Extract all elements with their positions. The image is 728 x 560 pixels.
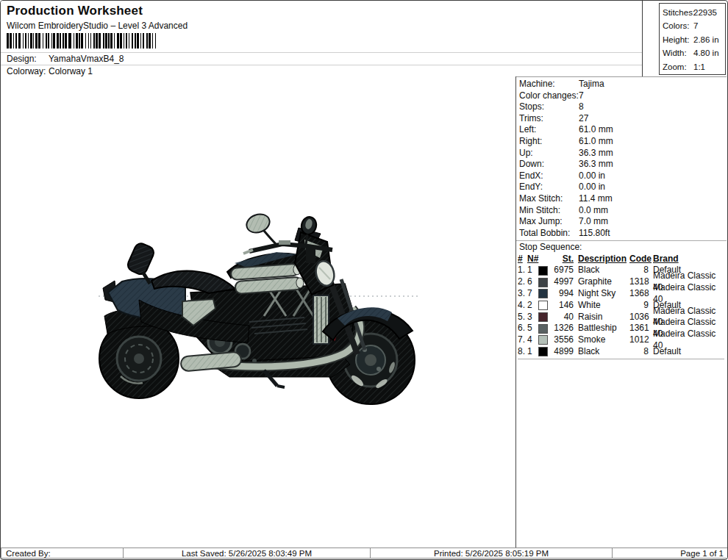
stop-row-swatch-cell [538,301,551,310]
thread-color-swatch [538,278,548,287]
machine-info-value: 115.80ft [579,228,727,240]
machine-info-label: EndY: [519,182,579,193]
stop-row-code: 1318 [629,276,649,288]
machine-info-row: EndX:0.00 in [519,170,727,182]
stop-row-stitches: 3556 [551,334,576,346]
stop-row-stitches: 1326 [551,323,576,334]
production-worksheet-page: Production Worksheet Wilcom EmbroiderySt… [0,0,728,560]
stop-row-code: 1368 [629,288,649,300]
table-bottom-rule [518,358,724,359]
stop-row-swatch-cell [538,278,551,287]
left-mirror [244,211,272,235]
thread-color-swatch [538,301,548,310]
thread-color-swatch [538,289,548,298]
stop-row-code: 8 [629,346,649,358]
machine-info-label: Right: [519,136,579,148]
stop-row-swatch-cell [538,324,551,334]
stop-sequence-row: 7.43556Smoke1012Madeira Classic 40 [518,334,727,346]
colorway-label: Colorway: [7,65,46,77]
stop-row-swatch-cell [538,266,551,276]
machine-info-label: Trims: [519,113,579,125]
summary-row-label: Colors: [663,19,693,32]
machine-info-label: Max Jump: [519,216,579,228]
machine-info-row: EndY:0.00 in [519,182,727,193]
summary-row-value: 4.80 in [693,46,725,60]
machine-info-label: Machine: [519,79,579,90]
stop-row-number: 5. [518,312,527,323]
col-header-brand: Brand [649,253,727,265]
stop-row-description: Raisin [576,312,629,323]
machine-info-value: 0.00 in [579,182,727,193]
stop-row-number: 4. [518,300,527,312]
summary-row-label: Height: [663,33,693,46]
machine-info-row: Max Stitch:11.4 mm [519,193,727,205]
machine-info-label: Stops: [519,101,579,113]
thread-color-swatch [538,324,548,334]
machine-info-row: Left:61.0 mm [519,124,727,136]
stop-row-code: 9 [629,300,649,312]
stop-row-stitches: 6975 [551,265,576,276]
stop-row-stitches: 994 [551,288,576,300]
thread-color-swatch [538,335,548,345]
barcode-bar [155,33,156,49]
machine-info-row: Color changes:7 [519,90,727,102]
machine-info-value: 8 [579,101,727,113]
footer-created-by: Created By: [1,548,124,559]
stop-sequence-rows: 1.16975Black8Default2.64997Graphite1318M… [518,265,727,357]
machine-info-row: Min Stitch:0.0 mm [519,205,727,217]
stop-row-description: Night Sky [576,288,629,300]
stop-row-needle: 7 [527,288,538,300]
footer-bar: Created By: Last Saved: 5/26/2025 8:03:4… [1,548,728,560]
col-header-needle: N# [527,253,538,265]
summary-stats-box: Stitches:22935Colors:7Height:2.86 inWidt… [659,3,726,75]
machine-info-value: 36.3 mm [579,159,727,170]
stop-row-swatch-cell [538,347,551,356]
summary-row: Stitches:22935 [663,6,725,19]
colorway-value: Colorway 1 [49,65,93,77]
machine-info-value: 36.3 mm [579,148,727,159]
thread-color-swatch [538,347,548,356]
summary-row-label: Stitches: [663,6,693,19]
thread-color-swatch [538,266,548,276]
stop-sequence-header-row: # N# St. Description Code Brand [518,253,727,265]
machine-info-value: Tajima [579,79,727,90]
footer-page-number: Page 1 of 1 [612,548,728,559]
summary-row: Height:2.86 in [663,33,725,46]
stop-row-needle: 6 [527,276,538,288]
stop-row-swatch-cell [538,289,551,298]
stop-row-needle: 1 [527,346,538,358]
stop-sequence-row: 3.7994Night Sky1368Madeira Classic 40 [518,288,727,300]
embroidery-design-motorcycle [99,206,429,415]
machine-info-value: 61.0 mm [579,136,727,148]
stop-row-needle: 5 [527,323,538,334]
summary-row: Colors:7 [663,19,725,32]
machine-info-row: Max Jump:7.0 mm [519,216,727,228]
col-header-num: # [518,253,527,265]
stop-row-swatch-cell [538,335,551,345]
stop-row-number: 1. [518,265,527,276]
machine-info-label: Total Bobbin: [519,228,579,240]
summary-row-value: 22935 [693,6,725,19]
machine-info-label: Color changes: [519,90,579,102]
machine-info-row: Up:36.3 mm [519,148,727,159]
page-title: Production Worksheet [7,4,143,18]
machine-info-value: 0.0 mm [579,205,727,217]
machine-info-panel: Machine:TajimaColor changes:7Stops:8Trim… [516,76,727,550]
stop-sequence-row: 8.14899Black8Default [518,346,727,358]
stop-row-number: 6. [518,323,527,334]
stop-row-description: Graphite [576,276,629,288]
col-header-description: Description [576,253,629,265]
stop-row-number: 7. [518,334,527,346]
stop-row-stitches: 4997 [551,276,576,288]
machine-info-label: Down: [519,159,579,170]
thread-color-swatch [538,312,548,322]
machine-info-value: 27 [579,113,727,125]
machine-info-row: Right:61.0 mm [519,136,727,148]
summary-row-label: Zoom: [663,60,693,73]
machine-info-row: Total Bobbin:115.80ft [519,228,727,240]
machine-info-value: 7 [579,90,727,102]
design-area [1,76,516,550]
stop-row-needle: 2 [527,300,538,312]
machine-info-value: 7.0 mm [579,216,727,228]
stop-sequence-table: # N# St. Description Code Brand 1.16975B… [516,253,727,359]
